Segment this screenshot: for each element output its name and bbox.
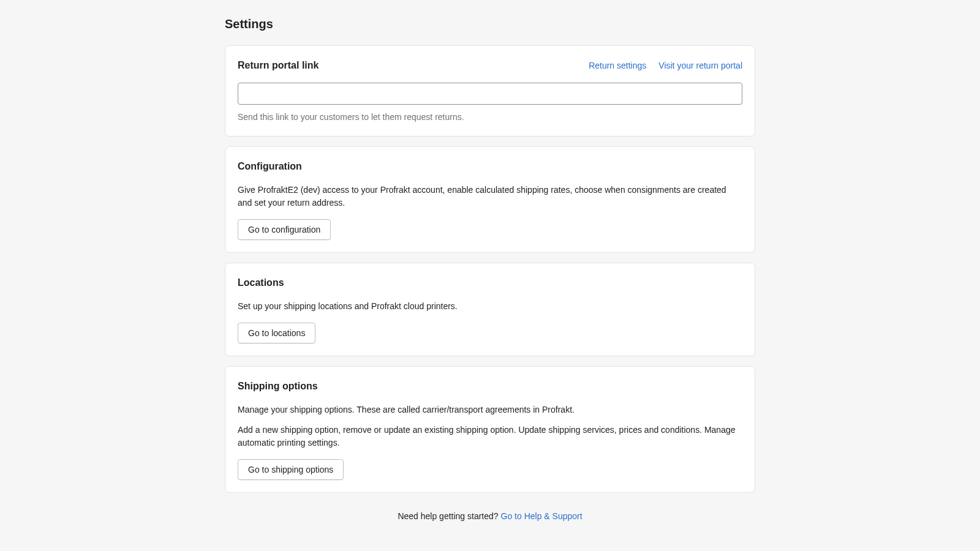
return-portal-link-input[interactable]	[238, 83, 742, 105]
shipping-options-card: Shipping options Manage your shipping op…	[225, 366, 755, 493]
return-portal-helper-text: Send this link to your customers to let …	[238, 111, 742, 124]
return-portal-title: Return portal link	[238, 58, 318, 73]
shipping-options-description-1: Manage your shipping options. These are …	[238, 403, 742, 416]
return-settings-link[interactable]: Return settings	[589, 59, 646, 72]
locations-card: Locations Set up your shipping locations…	[225, 263, 755, 356]
settings-page: Settings Return portal link Return setti…	[225, 0, 755, 547]
return-portal-links: Return settings Visit your return portal	[589, 59, 742, 72]
shipping-options-description-2: Add a new shipping option, remove or upd…	[238, 424, 742, 449]
footer-help-prefix: Need help getting started?	[398, 511, 500, 521]
configuration-title: Configuration	[238, 159, 742, 174]
locations-title: Locations	[238, 276, 742, 290]
return-portal-card: Return portal link Return settings Visit…	[225, 45, 755, 137]
return-portal-header: Return portal link Return settings Visit…	[238, 58, 742, 73]
go-to-configuration-button[interactable]: Go to configuration	[238, 219, 331, 240]
locations-description: Set up your shipping locations and Profr…	[238, 300, 742, 313]
page-title: Settings	[225, 15, 755, 33]
configuration-card: Configuration Give ProfraktE2 (dev) acce…	[225, 146, 755, 253]
go-to-shipping-options-button[interactable]: Go to shipping options	[238, 459, 344, 480]
go-to-locations-button[interactable]: Go to locations	[238, 323, 315, 343]
footer-help: Need help getting started? Go to Help & …	[225, 510, 755, 523]
visit-return-portal-link[interactable]: Visit your return portal	[658, 59, 742, 72]
help-support-link[interactable]: Go to Help & Support	[501, 511, 582, 521]
shipping-options-title: Shipping options	[238, 379, 742, 394]
configuration-description: Give ProfraktE2 (dev) access to your Pro…	[238, 184, 742, 209]
